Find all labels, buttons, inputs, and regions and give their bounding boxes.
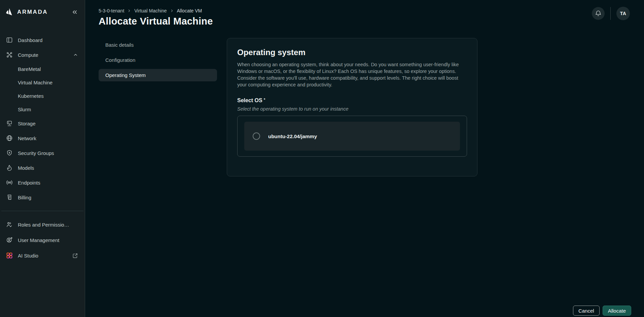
sidebar-item-ai-studio[interactable]: AI Studio xyxy=(0,248,85,263)
breadcrumb-virtual-machine[interactable]: Virtual Machine xyxy=(134,8,167,13)
user-gear-icon xyxy=(6,237,13,243)
sidebar: ARMADA Dashboard xyxy=(0,0,85,317)
sidebar-item-label: BareMetal xyxy=(18,66,41,72)
os-option-ubuntu-jammy[interactable]: ubuntu-22.04/jammy xyxy=(244,122,460,151)
sidebar-item-compute[interactable]: Compute xyxy=(0,47,85,62)
main-content: 5-3-0-tenant Virtual Machine Allocate VM… xyxy=(85,0,644,317)
sidebar-item-label: Network xyxy=(18,135,36,141)
app-root: ARMADA Dashboard xyxy=(0,0,644,317)
breadcrumb-tenant[interactable]: 5-3-0-tenant xyxy=(99,8,124,13)
external-link-icon xyxy=(72,253,78,259)
sidebar-item-roles-permissions[interactable]: Roles and Permissio… xyxy=(0,217,85,232)
sidebar-item-dashboard[interactable]: Dashboard xyxy=(0,33,85,47)
sidebar-collapse-button[interactable] xyxy=(71,9,78,15)
sidebar-item-kubernetes[interactable]: Kubernetes xyxy=(0,89,85,103)
sidebar-item-slurm[interactable]: Slurm xyxy=(0,103,85,116)
broadcast-icon xyxy=(6,179,13,186)
sidebar-item-label: Kubernetes xyxy=(18,93,44,99)
sidebar-item-label: Compute xyxy=(18,52,38,58)
sidebar-item-storage[interactable]: Storage xyxy=(0,116,85,131)
breadcrumb-allocate-vm[interactable]: Allocate VM xyxy=(177,8,202,13)
sidebar-item-label: Security Groups xyxy=(18,150,54,156)
card-description: When choosing an operating system, think… xyxy=(237,61,459,88)
sidebar-item-label: Models xyxy=(18,165,34,171)
sidebar-item-label: Endpoints xyxy=(18,180,40,186)
sidebar-item-label: Slurm xyxy=(18,107,31,112)
header-divider xyxy=(610,7,611,20)
cancel-button[interactable]: Cancel xyxy=(573,306,600,316)
allocate-button[interactable]: Allocate xyxy=(603,306,631,316)
compute-icon xyxy=(6,51,13,58)
sidebar-item-label: Billing xyxy=(18,195,31,200)
page-title: Allocate Virtual Machine xyxy=(99,16,644,27)
armada-logo: ARMADA xyxy=(5,8,48,17)
dashboard-icon xyxy=(6,37,13,43)
sidebar-item-baremetal[interactable]: BareMetal xyxy=(0,62,85,76)
sidebar-nav: Dashboard Compute BareMetal xyxy=(0,33,85,205)
step-nav: Basic details Configuration Operating Sy… xyxy=(99,38,217,176)
sidebar-item-security-groups[interactable]: Security Groups xyxy=(0,146,85,160)
sidebar-logo-row: ARMADA xyxy=(0,0,85,17)
card-title: Operating system xyxy=(237,48,467,57)
os-option-label: ubuntu-22.04/jammy xyxy=(268,133,317,139)
sidebar-item-network[interactable]: Network xyxy=(0,131,85,146)
armada-sail-icon xyxy=(5,8,14,17)
notifications-button[interactable] xyxy=(592,7,605,20)
ai-studio-icon xyxy=(6,252,13,259)
sidebar-item-label: User Management xyxy=(18,237,59,243)
step-configuration[interactable]: Configuration xyxy=(99,54,217,66)
chevron-up-icon xyxy=(73,52,78,57)
sidebar-item-user-management[interactable]: User Management xyxy=(0,233,85,247)
users-check-icon xyxy=(6,221,13,228)
step-basic-details[interactable]: Basic details xyxy=(99,39,217,51)
radio-button[interactable] xyxy=(253,132,260,140)
globe-icon xyxy=(6,135,13,142)
allocate-vm-content: Basic details Configuration Operating Sy… xyxy=(99,38,644,176)
sidebar-item-label: AI Studio xyxy=(18,253,38,259)
sidebar-divider xyxy=(1,211,83,211)
shield-lock-icon xyxy=(6,150,13,156)
receipt-icon xyxy=(6,194,13,201)
sidebar-item-label: Virtual Machine xyxy=(18,80,52,85)
sidebar-footer-nav: Roles and Permissio… User Management xyxy=(0,217,85,264)
chevron-right-icon xyxy=(170,9,174,13)
select-os-label: Select OS * xyxy=(237,97,467,104)
sidebar-item-virtual-machine[interactable]: Virtual Machine xyxy=(0,76,85,89)
required-marker: * xyxy=(264,97,265,102)
user-avatar[interactable]: TA xyxy=(616,7,630,20)
storage-icon xyxy=(6,120,13,127)
armada-logo-text: ARMADA xyxy=(17,9,48,15)
sidebar-item-models[interactable]: Models xyxy=(0,160,85,175)
chevrons-left-icon xyxy=(71,9,78,15)
step-operating-system[interactable]: Operating System xyxy=(99,69,217,81)
sidebar-item-label: Roles and Permissio… xyxy=(18,222,69,228)
sidebar-item-label: Dashboard xyxy=(18,37,42,43)
chevron-right-icon xyxy=(127,9,131,13)
header-actions: TA xyxy=(592,7,630,20)
footer-actions: Cancel Allocate xyxy=(573,306,631,316)
operating-system-card: Operating system When choosing an operat… xyxy=(227,38,477,176)
bell-icon xyxy=(595,10,602,17)
sidebar-item-endpoints[interactable]: Endpoints xyxy=(0,175,85,190)
breadcrumb: 5-3-0-tenant Virtual Machine Allocate VM xyxy=(99,8,644,13)
os-options-group: ubuntu-22.04/jammy xyxy=(237,116,467,157)
flame-icon xyxy=(6,164,13,171)
select-os-hint: Select the operating system to run on yo… xyxy=(237,106,467,112)
sidebar-item-billing[interactable]: Billing xyxy=(0,190,85,205)
sidebar-item-label: Storage xyxy=(18,121,36,126)
